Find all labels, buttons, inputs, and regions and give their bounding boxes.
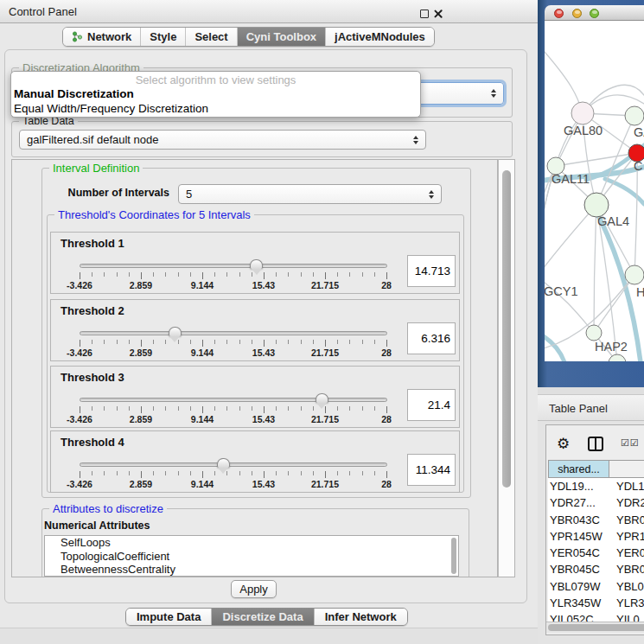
slider-ticks-major — [80, 340, 388, 347]
network-window-titlebar[interactable] — [545, 5, 644, 21]
thick-edge[interactable] — [605, 179, 644, 204]
panel-divider[interactable] — [538, 387, 644, 395]
gear-icon[interactable]: ⚙ — [557, 435, 570, 452]
table-data-combobox[interactable]: galFiltered.sif default node — [19, 130, 426, 150]
checkboxes-icon[interactable]: ☑☑ — [621, 437, 640, 449]
slider-thumb[interactable] — [169, 327, 182, 336]
table-cell: YDR2 — [616, 496, 644, 509]
scrollbar-thumb[interactable] — [502, 170, 511, 488]
table-cell: YDR27... — [550, 496, 596, 509]
table-row[interactable]: YLR345WYLR3 — [548, 595, 644, 611]
network-graph[interactable]: GAL80GACGAL11GAL4GCY1HHAP2 — [545, 21, 644, 361]
table-cell: YBR043C — [550, 513, 600, 526]
tab-cyni-toolbox[interactable]: Cyni Toolbox — [238, 28, 326, 46]
horizontal-scrollbar[interactable] — [546, 622, 644, 633]
scale-tick-label: 9.144 — [191, 280, 214, 290]
tab-select[interactable]: Select — [186, 28, 237, 46]
tab-jactivemnodules[interactable]: jActiveMNodules — [326, 28, 434, 46]
slider-track[interactable] — [80, 398, 387, 402]
table-row[interactable]: YBR045CYBR0 — [548, 561, 644, 577]
threshold-value-field[interactable]: 11.344 — [407, 454, 456, 486]
scale-tick-label: 9.144 — [191, 348, 214, 358]
table-cell: YBR0 — [616, 563, 644, 576]
list-item[interactable]: TopologicalCoefficient — [45, 550, 458, 564]
split-columns-icon[interactable] — [588, 437, 603, 451]
minimize-traffic-light[interactable] — [572, 9, 582, 18]
panel-title: Control Panel — [9, 5, 77, 18]
network-node-top-right[interactable] — [625, 106, 644, 125]
scale-tick-label: 28 — [381, 479, 392, 489]
close-traffic-light[interactable] — [554, 9, 564, 18]
table-row[interactable]: YDR27...YDR2 — [548, 494, 644, 511]
dropdown-option-manual[interactable]: Manual Discretization — [11, 86, 420, 101]
scale-tick-label: 2.859 — [130, 280, 152, 290]
close-icon[interactable] — [433, 9, 443, 18]
threshold-slider[interactable]: -3.4262.8599.14415.4321.71528 — [80, 331, 387, 360]
table-cell: YER054C — [550, 546, 600, 559]
threshold-value-field[interactable]: 6.316 — [407, 322, 456, 354]
column-header-shared[interactable]: shared... — [548, 460, 609, 478]
table-row[interactable]: YDL19...YDL1 — [548, 478, 644, 494]
node-label: H — [636, 285, 644, 299]
combobox-value: 5 — [186, 188, 192, 201]
table-row[interactable]: YBR043CYBR0 — [548, 512, 644, 528]
threshold-value-field[interactable]: 14.713 — [407, 255, 456, 287]
scale-tick-label: 15.43 — [252, 348, 275, 358]
scale-tick-label: 2.859 — [130, 414, 152, 424]
tab-network[interactable]: Network — [63, 28, 141, 46]
threshold-slider[interactable]: -3.4262.8599.14415.4321.71528 — [80, 398, 387, 427]
slider-track[interactable] — [80, 264, 387, 268]
tab-discretize-data[interactable]: Discretize Data — [212, 609, 314, 625]
table-cell: YPR145W — [550, 530, 603, 543]
algorithm-dropdown-popup: Select algorithm to view settings Manual… — [10, 71, 421, 118]
zoom-traffic-light[interactable] — [590, 9, 599, 18]
slider-thumb[interactable] — [217, 458, 230, 468]
table-row[interactable]: YBL079WYBL0 — [548, 578, 644, 595]
slider-track[interactable] — [80, 462, 387, 467]
threshold-panel: Threshold 3 -3.4262.8599.14415.4321.7152… — [50, 366, 460, 428]
network-node-hap2[interactable] — [586, 325, 602, 341]
table-row[interactable]: YER054CYER0 — [548, 545, 644, 561]
tab-impute-data[interactable]: Impute Data — [126, 609, 212, 625]
tab-style[interactable]: Style — [141, 28, 186, 46]
tab-label: Impute Data — [137, 610, 201, 623]
float-window-icon[interactable] — [420, 10, 429, 18]
list-item[interactable]: SelfLoops — [45, 536, 458, 550]
threshold-slider[interactable]: -3.4262.8599.14415.4321.71528 — [80, 264, 387, 293]
table-panel-titlebar: Table Panel — [538, 395, 644, 421]
column-header-name[interactable]: na — [609, 460, 644, 478]
network-canvas[interactable]: GAL80GACGAL11GAL4GCY1HHAP2 — [545, 21, 644, 361]
list-item[interactable]: BetweennessCentrality — [45, 563, 458, 577]
node-label: C — [634, 159, 642, 173]
table-cell: YPR1 — [616, 530, 644, 543]
node-label: HAP2 — [595, 340, 628, 354]
list-scrollbar[interactable] — [451, 538, 456, 574]
slider-thumb[interactable] — [316, 393, 328, 403]
scrollbar-thumb[interactable] — [548, 624, 644, 631]
threshold-panel: Threshold 4 -3.4262.8599.14415.4321.7152… — [50, 430, 460, 493]
slider-thumb[interactable] — [250, 259, 263, 269]
table-header-row: shared... na — [548, 460, 644, 478]
thin-edge[interactable] — [594, 205, 596, 333]
scale-tick-label: 2.859 — [130, 348, 152, 358]
threshold-panel: Threshold 2 -3.4262.8599.14415.4321.7152… — [50, 299, 460, 361]
number-of-intervals-combobox[interactable]: 5 — [178, 184, 442, 204]
threshold-slider[interactable]: -3.4262.8599.14415.4321.71528 — [80, 462, 387, 492]
thin-edge[interactable] — [545, 205, 596, 277]
network-node-h-node[interactable] — [625, 265, 644, 284]
dropdown-option-equal-width[interactable]: Equal Width/Frequency Discretization — [11, 101, 420, 116]
vertical-scrollbar[interactable] — [498, 159, 515, 577]
table-row[interactable]: YPR145WYPR1 — [548, 528, 644, 545]
threshold-label: Threshold 2 — [61, 304, 124, 317]
network-node-gal80[interactable] — [571, 102, 594, 124]
threshold-value-field[interactable]: 21.4 — [407, 389, 456, 421]
tab-infer-network[interactable]: Infer Network — [315, 609, 407, 625]
dropdown-prompt: Select algorithm to view settings — [11, 73, 420, 86]
scale-tick-label: 21.715 — [311, 280, 339, 290]
network-node-gal4[interactable] — [584, 193, 609, 217]
tab-label: Cyni Toolbox — [246, 30, 316, 43]
numerical-attributes-list[interactable]: SelfLoops TopologicalCoefficient Between… — [44, 535, 459, 577]
scale-tick-label: 28 — [381, 414, 392, 424]
slider-track[interactable] — [80, 331, 387, 335]
apply-button[interactable]: Apply — [231, 580, 277, 598]
